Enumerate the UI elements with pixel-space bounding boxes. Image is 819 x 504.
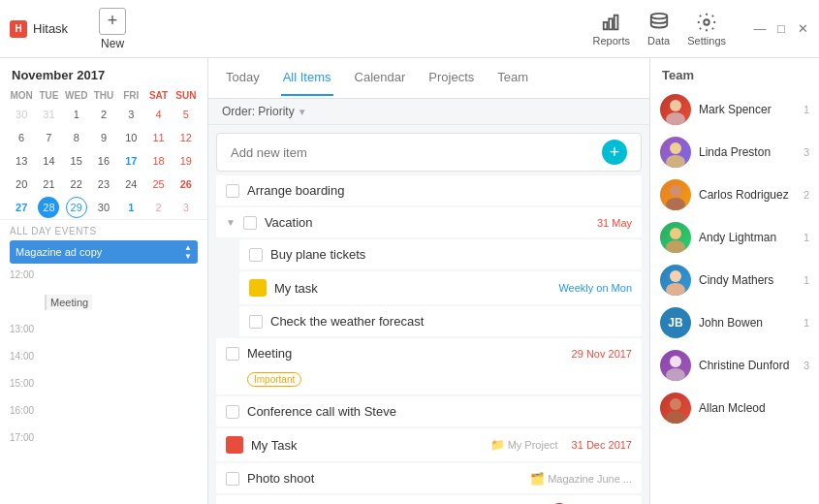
- cal-day[interactable]: 12: [175, 127, 197, 148]
- cal-day[interactable]: 6: [11, 127, 32, 148]
- tab-projects[interactable]: Projects: [426, 60, 476, 96]
- expand-icon[interactable]: ▼: [226, 217, 236, 228]
- team-member[interactable]: Christine Dunford 3: [650, 344, 819, 387]
- time-event-meeting[interactable]: Meeting: [45, 295, 92, 310]
- cal-day[interactable]: 4: [148, 104, 170, 125]
- cal-day[interactable]: 17: [120, 150, 142, 172]
- cal-day[interactable]: 10: [120, 127, 142, 148]
- cal-day[interactable]: 16: [93, 150, 114, 172]
- task-item-sub: Check the weather forecast: [239, 306, 642, 336]
- data-button[interactable]: Data: [647, 12, 670, 47]
- team-member[interactable]: JB John Bowen 1: [650, 301, 819, 344]
- cal-day[interactable]: 1: [120, 197, 142, 218]
- all-day-arrows[interactable]: ▲ ▼: [184, 243, 192, 261]
- filter-button[interactable]: Order: Priority ▼: [222, 105, 307, 118]
- task-text: Meeting: [247, 346, 564, 361]
- tab-today[interactable]: Today: [224, 60, 262, 96]
- filter-bar: Order: Priority ▼: [208, 99, 649, 125]
- scroll-up-arrow[interactable]: ▲: [184, 243, 192, 252]
- cal-day[interactable]: 25: [148, 173, 170, 195]
- add-item-row: +: [216, 133, 642, 172]
- task-text: Photo shoot: [247, 471, 522, 486]
- tab-calendar[interactable]: Calendar: [353, 60, 408, 96]
- cal-day[interactable]: 18: [148, 150, 170, 172]
- svg-point-14: [666, 283, 685, 296]
- cal-day[interactable]: 21: [38, 173, 59, 195]
- svg-point-8: [666, 155, 685, 168]
- maximize-button[interactable]: □: [774, 22, 788, 36]
- avatar: [660, 393, 691, 424]
- add-item-button[interactable]: +: [602, 140, 627, 165]
- time-label: 15:00: [10, 376, 45, 389]
- cal-day[interactable]: 3: [175, 197, 197, 218]
- reports-button[interactable]: Reports: [592, 12, 630, 47]
- cal-day[interactable]: 31: [38, 104, 59, 125]
- cal-day-today[interactable]: 29: [66, 197, 87, 218]
- cal-day[interactable]: 2: [93, 104, 114, 125]
- day-fri: FRI: [117, 88, 144, 103]
- cal-day[interactable]: 27: [11, 197, 32, 218]
- task-checkbox[interactable]: [249, 248, 263, 262]
- cal-day[interactable]: 26: [175, 173, 197, 195]
- scroll-down-arrow[interactable]: ▼: [184, 252, 192, 261]
- cal-day[interactable]: 30: [93, 197, 114, 218]
- team-member[interactable]: Allan Mcleod: [650, 387, 819, 429]
- task-due-date: 29 Nov 2017: [572, 348, 632, 360]
- task-checkbox[interactable]: [226, 405, 239, 419]
- minimize-button[interactable]: —: [753, 22, 767, 36]
- cal-day[interactable]: 22: [66, 173, 87, 195]
- task-checkbox[interactable]: [243, 216, 257, 230]
- svg-point-12: [666, 240, 685, 253]
- cal-day[interactable]: 9: [93, 127, 114, 148]
- tab-all-items[interactable]: All Items: [281, 60, 333, 96]
- cal-day[interactable]: 13: [11, 150, 32, 172]
- calendar-month-year: November 2017: [0, 58, 207, 88]
- tab-team[interactable]: Team: [495, 60, 530, 96]
- team-member[interactable]: Mark Spencer 1: [650, 88, 819, 131]
- member-count: 1: [803, 232, 809, 243]
- team-member[interactable]: Cindy Mathers 1: [650, 259, 819, 301]
- cal-day[interactable]: 3: [120, 104, 142, 125]
- new-icon: +: [99, 8, 126, 35]
- cal-day[interactable]: 23: [93, 173, 114, 195]
- cal-day[interactable]: 24: [120, 173, 142, 195]
- right-panel: Team Mark Spencer 1 Linda Preston 3 Carl…: [649, 58, 819, 504]
- cal-day[interactable]: 15: [66, 150, 87, 172]
- cal-day[interactable]: 7: [38, 127, 59, 148]
- cal-day[interactable]: 1: [66, 104, 87, 125]
- svg-point-18: [666, 411, 685, 424]
- calendar-week-4: 20 21 22 23 24 25 26: [8, 173, 200, 196]
- task-checkbox[interactable]: [226, 347, 239, 361]
- task-text: My Task: [251, 438, 483, 453]
- new-button[interactable]: + New: [99, 8, 126, 50]
- avatar: [660, 94, 691, 125]
- cal-day[interactable]: 19: [175, 150, 197, 172]
- app-title: Hitask: [33, 21, 68, 36]
- svg-point-9: [670, 185, 681, 197]
- cal-day[interactable]: 2: [148, 197, 170, 218]
- task-checkbox[interactable]: [226, 472, 239, 486]
- time-row-14: 14:00: [10, 349, 198, 376]
- cal-day[interactable]: 8: [66, 127, 87, 148]
- all-day-event: Magazine ad copy ▲ ▼: [10, 240, 198, 264]
- time-section: 12:00 Meeting 13:00 14:00 15:00 16:00 17…: [0, 268, 207, 504]
- team-member[interactable]: Linda Preston 3: [650, 131, 819, 173]
- team-member[interactable]: Carlos Rodriguez 2: [650, 173, 819, 216]
- cal-day[interactable]: 14: [38, 150, 59, 172]
- task-checkbox[interactable]: [249, 315, 263, 329]
- cal-day[interactable]: 5: [175, 104, 197, 125]
- cal-day[interactable]: 30: [11, 104, 32, 125]
- day-mon: MON: [8, 88, 35, 103]
- cal-day[interactable]: 11: [148, 127, 170, 148]
- task-item-vacation: ▼ Vacation 31 May: [216, 207, 642, 237]
- task-item: Arrange boarding: [216, 175, 642, 205]
- close-button[interactable]: ✕: [796, 22, 809, 36]
- team-member[interactable]: Andy Lightman 1: [650, 216, 819, 259]
- task-checkbox[interactable]: [226, 184, 239, 198]
- cal-day[interactable]: 28: [38, 197, 59, 218]
- settings-button[interactable]: Settings: [687, 12, 726, 47]
- member-name: Linda Preston: [699, 145, 796, 159]
- svg-point-6: [666, 112, 685, 125]
- cal-day[interactable]: 20: [11, 173, 32, 195]
- add-item-input[interactable]: [231, 145, 602, 160]
